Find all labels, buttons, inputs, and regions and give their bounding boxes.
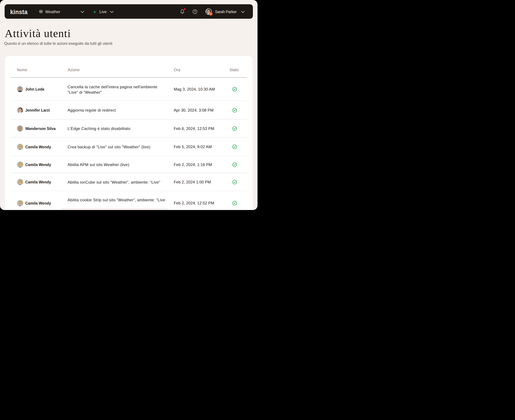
svg-text:W: W bbox=[39, 10, 43, 13]
